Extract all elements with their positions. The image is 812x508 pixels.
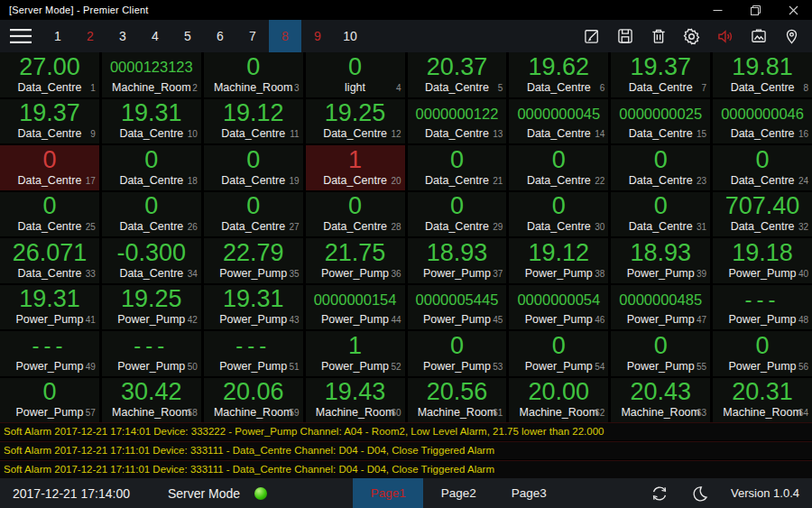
tab-page3[interactable]: Page3 <box>494 478 564 508</box>
channel-cell[interactable]: 19.43Machine_Room60 <box>306 378 405 423</box>
channel-cell[interactable]: 0000000046Data_Centre16 <box>713 99 812 144</box>
channel-cell[interactable]: ---Power_Pump49 <box>0 331 99 376</box>
alarm-message[interactable]: Soft Alarm 2017-12-21 17:11:01 Device: 3… <box>0 441 812 459</box>
channel-cell[interactable]: 0Power_Pump53 <box>408 331 507 376</box>
alarm-message[interactable]: Soft Alarm 2017-12-21 17:14:01 Device: 3… <box>0 422 812 440</box>
channel-cell[interactable]: 0Data_Centre19 <box>204 145 303 190</box>
page-number-5[interactable]: 5 <box>171 20 204 52</box>
channel-cell[interactable]: 19.31Data_Centre10 <box>102 99 201 144</box>
channel-cell[interactable]: 19.12Data_Centre11 <box>204 99 303 144</box>
channel-cell[interactable]: 0Power_Pump54 <box>509 331 608 376</box>
channel-cell[interactable]: 19.25Power_Pump42 <box>102 285 201 330</box>
channel-cell[interactable]: 20.43Machine_Room63 <box>611 378 710 423</box>
channel-cell[interactable]: 0Data_Centre25 <box>0 192 99 237</box>
channel-label-row: Power_Pump55 <box>611 361 710 376</box>
channel-cell[interactable]: 707.40Data_Centre32 <box>713 192 812 237</box>
restore-button[interactable] <box>736 0 774 20</box>
channel-cell[interactable]: 0light4 <box>306 52 405 97</box>
channel-cell[interactable]: 0000000045Data_Centre14 <box>509 99 608 144</box>
snapshot-button[interactable] <box>742 20 775 52</box>
channel-cell[interactable]: 0Data_Centre23 <box>611 145 710 190</box>
page-number-7[interactable]: 7 <box>236 20 269 52</box>
channel-label-row: Data_Centre33 <box>0 268 99 283</box>
minimize-button[interactable] <box>698 0 736 20</box>
channel-cell[interactable]: 1Power_Pump52 <box>306 331 405 376</box>
channel-cell[interactable]: 0000000025Data_Centre15 <box>611 99 710 144</box>
channel-cell[interactable]: 19.12Power_Pump38 <box>509 238 608 283</box>
channel-cell[interactable]: 20.56Machine_Room61 <box>408 378 507 423</box>
channel-cell[interactable]: 27.00Data_Centre1 <box>0 52 99 97</box>
channel-cell[interactable]: 22.79Power_Pump35 <box>204 238 303 283</box>
channel-cell[interactable]: 21.75Power_Pump36 <box>306 238 405 283</box>
tab-page2[interactable]: Page2 <box>423 478 494 508</box>
channel-cell[interactable]: 20.37Data_Centre5 <box>408 52 507 97</box>
settings-button[interactable] <box>675 20 708 52</box>
page-number-8[interactable]: 8 <box>269 20 301 52</box>
channel-cell[interactable]: 30.42Machine_Room58 <box>102 378 201 423</box>
menu-button[interactable] <box>0 20 42 52</box>
channel-cell[interactable]: 0000123123Machine_Room2 <box>102 52 201 97</box>
channel-cell[interactable]: 19.18Power_Pump40 <box>713 238 812 283</box>
channel-cell[interactable]: 0Power_Pump56 <box>713 331 812 376</box>
channel-cell[interactable]: 0Data_Centre27 <box>204 192 303 237</box>
channel-cell[interactable]: 19.81Data_Centre8 <box>713 52 812 97</box>
channel-cell[interactable]: 19.62Data_Centre6 <box>509 52 608 97</box>
channel-cell[interactable]: 26.071Data_Centre33 <box>0 238 99 283</box>
channel-cell[interactable]: ---Power_Pump51 <box>204 331 303 376</box>
channel-cell[interactable]: 19.37Data_Centre7 <box>611 52 710 97</box>
page-number-2[interactable]: 2 <box>74 20 106 52</box>
channel-cell[interactable]: -0.300Data_Centre34 <box>102 238 201 283</box>
channel-grid: 27.00Data_Centre10000123123Machine_Room2… <box>0 52 812 422</box>
channel-cell[interactable]: 19.31Power_Pump43 <box>204 285 303 330</box>
channel-cell[interactable]: 20.31Machine_Room64 <box>713 378 812 423</box>
channel-cell[interactable]: ---Power_Pump48 <box>713 285 812 330</box>
channel-cell[interactable]: 20.00Machine_Room62 <box>509 378 608 423</box>
save-button[interactable] <box>608 20 641 52</box>
channel-cell[interactable]: 0Data_Centre21 <box>408 145 507 190</box>
channel-cell[interactable]: 18.93Power_Pump39 <box>611 238 710 283</box>
night-mode-button[interactable] <box>691 485 709 503</box>
page-number-10[interactable]: 10 <box>334 20 366 52</box>
channel-cell[interactable]: 1Data_Centre20 <box>306 145 405 190</box>
alarm-message[interactable]: Soft Alarm 2017-12-21 17:11:01 Device: 3… <box>0 460 812 478</box>
channel-cell[interactable]: 0000000122Data_Centre13 <box>408 99 507 144</box>
sync-button[interactable] <box>650 484 669 503</box>
page-number-9[interactable]: 9 <box>301 20 334 52</box>
channel-cell[interactable]: 19.25Data_Centre12 <box>306 99 405 144</box>
channel-cell[interactable]: 0Machine_Room3 <box>204 52 303 97</box>
channel-cell[interactable]: 0Data_Centre26 <box>102 192 201 237</box>
tab-page1[interactable]: Page1 <box>353 478 423 508</box>
channel-cell[interactable]: 0000005445Power_Pump45 <box>408 285 507 330</box>
channel-cell[interactable]: 0Data_Centre17 <box>0 145 99 190</box>
channel-index: 29 <box>493 222 503 233</box>
channel-value: 22.79 <box>223 241 284 265</box>
channel-cell[interactable]: 20.06Machine_Room59 <box>204 378 303 423</box>
page-number-1[interactable]: 1 <box>42 20 74 52</box>
channel-cell[interactable]: 0Power_Pump57 <box>0 378 99 423</box>
page-number-6[interactable]: 6 <box>204 20 236 52</box>
delete-button[interactable] <box>641 20 675 52</box>
sound-alarm-button[interactable] <box>708 20 742 52</box>
channel-cell[interactable]: 0Data_Centre30 <box>509 192 608 237</box>
channel-label-row: Power_Pump42 <box>102 314 201 329</box>
close-button[interactable] <box>774 0 812 20</box>
location-button[interactable] <box>775 20 808 52</box>
channel-cell[interactable]: 0Data_Centre29 <box>408 192 507 237</box>
edit-button[interactable] <box>575 20 608 52</box>
channel-cell[interactable]: 0Data_Centre31 <box>611 192 710 237</box>
channel-cell[interactable]: 0Data_Centre22 <box>509 145 608 190</box>
page-number-3[interactable]: 3 <box>106 20 139 52</box>
channel-cell[interactable]: 0000000054Power_Pump46 <box>509 285 608 330</box>
channel-cell[interactable]: 18.93Power_Pump37 <box>408 238 507 283</box>
channel-cell[interactable]: ---Power_Pump50 <box>102 331 201 376</box>
channel-cell[interactable]: 0000000485Power_Pump47 <box>611 285 710 330</box>
channel-cell[interactable]: 0Power_Pump55 <box>611 331 710 376</box>
page-number-4[interactable]: 4 <box>139 20 171 52</box>
channel-cell[interactable]: 0Data_Centre28 <box>306 192 405 237</box>
channel-cell[interactable]: 0000000154Power_Pump44 <box>306 285 405 330</box>
channel-cell[interactable]: 0Data_Centre24 <box>713 145 812 190</box>
channel-cell[interactable]: 0Data_Centre18 <box>102 145 201 190</box>
channel-cell[interactable]: 19.37Data_Centre9 <box>0 99 99 144</box>
channel-cell[interactable]: 19.31Power_Pump41 <box>0 285 99 330</box>
channel-value-wrap: 19.18 <box>713 238 812 268</box>
